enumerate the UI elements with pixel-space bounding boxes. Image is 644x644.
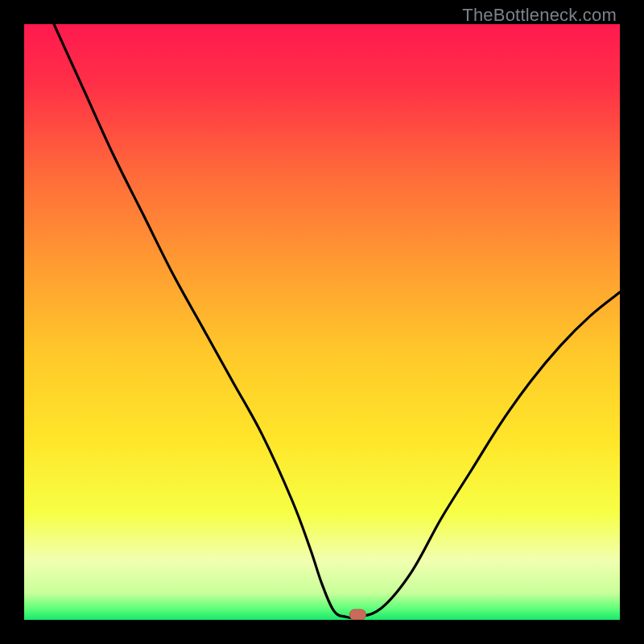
bottleneck-chart	[24, 24, 620, 620]
chart-frame	[24, 24, 620, 620]
chart-background	[24, 24, 620, 620]
optimal-point-marker	[349, 609, 365, 620]
watermark-text: TheBottleneck.com	[462, 5, 617, 26]
